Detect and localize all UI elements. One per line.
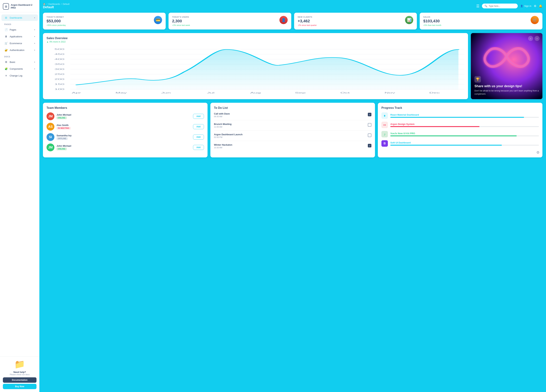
svg-text:150: 150: [54, 83, 65, 85]
sidebar-item-applications[interactable]: 🖥 Applications ▾: [1, 33, 38, 40]
svg-text:Nov: Nov: [384, 92, 395, 94]
chevron-down-icon: ▾: [34, 36, 35, 38]
settings-icon[interactable]: ⚙: [534, 4, 536, 8]
documentation-button[interactable]: Documentation: [3, 377, 37, 383]
todo-item-3: Argon Dashboard Launch 02:00 PM: [214, 133, 371, 141]
team-member-3: SI Samantha Ivy OFFLINE Add: [46, 133, 204, 141]
svg-text:500: 500: [54, 48, 65, 50]
sidebar-item-basic[interactable]: ⚙ Basic ▾: [1, 59, 38, 65]
buy-now-button[interactable]: Buy Now: [3, 384, 37, 389]
todo-task-title: Brunch Meeting: [214, 123, 232, 126]
sidebar-item-changelog[interactable]: ≡ Change Log: [1, 72, 38, 79]
section-label-docs: DOCS: [0, 54, 39, 58]
todo-item-2: Brunch Meeting 11:00 AM: [214, 123, 371, 131]
add-member-button[interactable]: Add: [193, 124, 204, 129]
infinity-decoration: [471, 37, 542, 76]
sidebar-item-label: Applications: [10, 35, 22, 38]
breadcrumb-dashboards: Dashboards: [48, 3, 60, 5]
sidebar-item-ecommerce[interactable]: 🛒 Ecommerce ▾: [1, 40, 38, 46]
member-name: Samantha Ivy: [57, 134, 72, 137]
sidebar-item-components[interactable]: 🧩 Components ▾: [1, 66, 38, 72]
add-member-button[interactable]: Add: [193, 145, 204, 150]
team-member-1: JM John Michael ONLINE Add: [46, 112, 204, 120]
progress-bar-fill: [390, 117, 524, 118]
member-name: John Michael: [57, 114, 71, 116]
topbar: 🏠 / Dashboards / Default Default ☰ 🔍 👤 S…: [43, 3, 542, 9]
breadcrumb-default: Default: [63, 3, 69, 5]
progress-item-3: ♪ VueJs Now UI Kit PRO: [381, 131, 539, 137]
member-name: Alex Smith: [57, 124, 71, 126]
sidebar-item-dashboards[interactable]: ⊟ Dashboards ▾: [1, 14, 38, 21]
progress-label: Argon Design System: [390, 123, 539, 126]
progress-bar-fill: [390, 145, 502, 145]
todo-card: To Do List Call with Dave 09:30 AM ✓ Bru…: [210, 103, 375, 158]
stat-value-clients: +3,462: [298, 19, 317, 23]
page-title: Default: [43, 5, 69, 9]
stat-label-money: TODAY'S MONEY: [46, 16, 66, 18]
components-icon: 🧩: [4, 67, 8, 70]
hamburger-icon[interactable]: ☰: [476, 4, 480, 8]
avatar: SI: [46, 133, 54, 141]
progress-title: Progress Track: [381, 106, 539, 109]
todo-checkbox[interactable]: [368, 133, 371, 137]
sidebar-item-pages[interactable]: 📄 Pages ▾: [1, 26, 38, 33]
chevron-down-icon: ▾: [34, 49, 35, 51]
todo-title: To Do List: [214, 106, 371, 109]
help-subtitle: Please check our docs: [3, 373, 37, 376]
search-box: 🔍: [482, 4, 518, 8]
gear-settings-icon[interactable]: ⚙: [536, 150, 540, 155]
promo-navigation: ‹ ›: [528, 36, 540, 41]
stat-value-money: $53,000: [46, 19, 66, 23]
promo-next-button[interactable]: ›: [534, 36, 540, 41]
stat-icon-money: 💳: [154, 16, 162, 24]
promo-prev-button[interactable]: ‹: [528, 36, 533, 41]
stat-label-clients: NEW CLIENTS: [298, 16, 317, 18]
chart-title: Sales Overview: [46, 37, 464, 40]
chart-area: 500 450 400 350 300 250 200 150 100: [46, 45, 464, 95]
search-input[interactable]: [489, 5, 515, 7]
chart-fill: [76, 50, 459, 90]
progress-bar-fill: [390, 135, 517, 136]
todo-checkbox[interactable]: ✓: [368, 113, 371, 116]
notifications-icon[interactable]: 🔔: [539, 4, 542, 8]
home-icon: 🏠: [43, 3, 46, 5]
progress-label: React Material Dashboard: [390, 114, 539, 116]
progress-item-1: ♦ React Material Dashboard: [381, 112, 539, 119]
progress-bar-wrap: [390, 117, 539, 118]
progress-label: Soft UI Dashboard: [390, 141, 539, 144]
sign-in-button[interactable]: 👤 Sign in: [520, 5, 531, 7]
sidebar-nav: ⊟ Dashboards ▾ PAGES 📄 Pages ▾ 🖥 Applica…: [0, 12, 39, 356]
svg-text:Aug: Aug: [250, 92, 261, 94]
sidebar-logo: ⊞ Argon Dashboard 2 PRO: [0, 0, 39, 12]
team-member-4: JM John Michael ONLINE Add: [46, 144, 204, 151]
stat-card-users: TODAY'S USERS 2,300 +3% since last week …: [169, 13, 291, 30]
status-badge: ONLINE: [57, 116, 67, 119]
stat-change-sales: +5% than last month: [423, 24, 441, 26]
status-badge: ONLINE: [57, 148, 67, 150]
svg-text:400: 400: [54, 58, 65, 60]
add-member-button[interactable]: Add: [193, 114, 204, 119]
sidebar-item-authentication[interactable]: 🔐 Authentication ▾: [1, 47, 38, 53]
team-member-2: AS Alex Smith IN MEETING Add: [46, 123, 204, 131]
add-member-button[interactable]: Add: [193, 134, 204, 139]
trend-up-icon: ▲: [46, 41, 49, 43]
progress-bar-wrap: [390, 145, 539, 145]
stat-value-sales: $103,430: [423, 19, 441, 23]
stat-card-clients: NEW CLIENTS +3,462 -2% since last quarte…: [294, 13, 417, 30]
sidebar-item-label: Components: [10, 68, 23, 70]
auth-icon: 🔐: [4, 49, 8, 51]
progress-label: VueJs Now UI Kit PRO: [390, 132, 539, 135]
stat-cards: TODAY'S MONEY $53,000 +55% since yesterd…: [43, 13, 542, 30]
chevron-down-icon: ▾: [34, 42, 35, 44]
progress-icon-b: B: [381, 140, 388, 147]
chevron-down-icon: ▾: [34, 61, 35, 63]
stat-icon-users: 👤: [280, 16, 288, 24]
search-icon: 🔍: [484, 5, 487, 7]
todo-checkbox[interactable]: ✓: [368, 144, 371, 147]
team-members-title: Team Members: [46, 106, 204, 109]
sidebar: ⊞ Argon Dashboard 2 PRO ⊟ Dashboards ▾ P…: [0, 0, 39, 392]
todo-item-4: Winter Hackaton 10:30 AM ✓: [214, 144, 371, 151]
chevron-down-icon: ▾: [34, 68, 35, 70]
todo-checkbox[interactable]: [368, 123, 371, 127]
progress-bar-wrap: [390, 135, 539, 136]
